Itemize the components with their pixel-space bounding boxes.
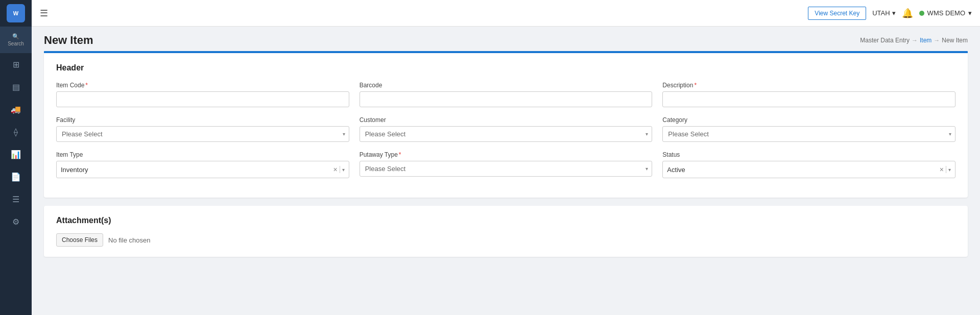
facility-select-wrapper: Please Select ▾	[56, 126, 349, 142]
page-header: New Item Master Data Entry → Item → New …	[32, 27, 980, 51]
category-group: Category Please Select ▾	[662, 116, 955, 142]
sidebar: W 🔍 Search ⊞ ▤ 🚚 ⟠ 📊 📄 ☰ ⚙	[0, 0, 32, 315]
sidebar-search[interactable]: 🔍 Search	[0, 27, 32, 53]
sidebar-item-settings[interactable]: ⚙	[0, 210, 32, 233]
breadcrumb-sep-1: →	[912, 37, 918, 44]
sidebar-item-dashboard[interactable]: ⊞	[0, 53, 32, 76]
customer-label: Customer	[360, 116, 653, 124]
user-chevron-icon: ▾	[968, 9, 972, 17]
status-clear-icon[interactable]: ×	[940, 165, 944, 174]
status-select[interactable]: Active × ▾	[662, 161, 955, 178]
status-chevron-icon[interactable]: ▾	[948, 167, 951, 173]
choose-files-button[interactable]: Choose Files	[56, 233, 103, 247]
breadcrumb-item-link[interactable]: Item	[920, 37, 931, 44]
settings-icon: ⚙	[12, 217, 19, 227]
sidebar-item-docs[interactable]: 📄	[0, 165, 32, 188]
form-row-2: Facility Please Select ▾ Customer Please…	[56, 116, 955, 142]
putaway-type-group: Putaway Type* Please Select ▾	[360, 151, 653, 178]
customer-select-wrapper: Please Select ▾	[360, 126, 653, 142]
item-code-required-star: *	[85, 82, 88, 89]
item-type-chevron-icon[interactable]: ▾	[342, 167, 345, 173]
putaway-type-select-wrapper: Please Select ▾	[360, 161, 653, 177]
user-online-indicator	[919, 11, 924, 16]
search-icon: 🔍	[12, 33, 19, 40]
item-type-clear-icon[interactable]: ×	[333, 165, 337, 174]
customer-group: Customer Please Select ▾	[360, 116, 653, 142]
sidebar-item-list[interactable]: ☰	[0, 188, 32, 210]
putaway-type-select[interactable]: Please Select	[360, 161, 653, 177]
category-select-wrapper: Please Select ▾	[662, 126, 955, 142]
description-group: Description*	[662, 82, 955, 107]
attachments-card: Attachment(s) Choose Files No file chose…	[44, 206, 968, 257]
search-label: Search	[8, 41, 24, 46]
user-menu[interactable]: WMS DEMO ▾	[919, 9, 972, 17]
region-selector[interactable]: UTAH ▾	[872, 9, 895, 17]
region-chevron-icon: ▾	[892, 9, 896, 17]
customer-select[interactable]: Please Select	[360, 126, 653, 142]
facility-select[interactable]: Please Select	[56, 126, 349, 142]
status-label: Status	[662, 151, 955, 158]
no-file-label: No file chosen	[108, 236, 150, 244]
status-value: Active	[667, 166, 939, 174]
category-label: Category	[662, 116, 955, 124]
item-type-controls: × ▾	[333, 165, 344, 174]
app-logo: W	[7, 4, 25, 22]
facility-group: Facility Please Select ▾	[56, 116, 349, 142]
orders-icon: ▤	[12, 82, 20, 92]
item-type-group: Item Type Inventory × ▾	[56, 151, 349, 178]
barcode-group: Barcode	[360, 82, 653, 107]
sidebar-logo: W	[0, 0, 32, 27]
breadcrumb-current: New Item	[942, 37, 968, 44]
tags-icon: ⟠	[14, 127, 18, 137]
description-label: Description*	[662, 82, 955, 89]
sidebar-item-tags[interactable]: ⟠	[0, 120, 32, 143]
breadcrumb-sep-2: →	[934, 37, 940, 44]
description-input[interactable]	[662, 91, 955, 107]
header-form-card: Header Item Code* Barcode Description*	[44, 53, 968, 198]
main-area: ☰ View Secret Key UTAH ▾ 🔔 WMS DEMO ▾ Ne…	[32, 0, 980, 315]
item-type-select[interactable]: Inventory × ▾	[56, 161, 349, 178]
item-code-group: Item Code*	[56, 82, 349, 107]
docs-icon: 📄	[11, 172, 21, 182]
item-code-label: Item Code*	[56, 82, 349, 89]
putaway-required-star: *	[399, 151, 401, 158]
dashboard-icon: ⊞	[13, 60, 19, 69]
file-input-row: Choose Files No file chosen	[56, 233, 955, 247]
topbar: ☰ View Secret Key UTAH ▾ 🔔 WMS DEMO ▾	[32, 0, 980, 27]
notification-bell-icon[interactable]: 🔔	[902, 8, 913, 19]
sidebar-item-truck[interactable]: 🚚	[0, 98, 32, 120]
item-type-separator	[340, 166, 340, 173]
breadcrumb: Master Data Entry → Item → New Item	[860, 37, 968, 44]
sidebar-item-orders[interactable]: ▤	[0, 76, 32, 98]
content-area: New Item Master Data Entry → Item → New …	[32, 27, 980, 315]
description-required-star: *	[694, 82, 697, 89]
item-type-value: Inventory	[61, 166, 333, 174]
sidebar-item-chart[interactable]: 📊	[0, 143, 32, 165]
putaway-type-label: Putaway Type*	[360, 151, 653, 158]
form-row-1: Item Code* Barcode Description*	[56, 82, 955, 107]
region-label: UTAH	[872, 9, 890, 17]
view-secret-key-button[interactable]: View Secret Key	[808, 7, 866, 20]
form-row-3: Item Type Inventory × ▾ Putaway Type*	[56, 151, 955, 178]
barcode-label: Barcode	[360, 82, 653, 89]
category-select[interactable]: Please Select	[662, 126, 955, 142]
status-group: Status Active × ▾	[662, 151, 955, 178]
item-code-input[interactable]	[56, 91, 349, 107]
facility-label: Facility	[56, 116, 349, 124]
list-icon: ☰	[12, 195, 19, 204]
status-controls: × ▾	[940, 165, 951, 174]
header-section-title: Header	[56, 63, 955, 72]
item-type-label: Item Type	[56, 151, 349, 158]
user-name-label: WMS DEMO	[927, 9, 965, 17]
hamburger-menu-icon[interactable]: ☰	[40, 8, 48, 19]
truck-icon: 🚚	[11, 105, 21, 114]
status-separator	[946, 166, 946, 173]
attachments-section-title: Attachment(s)	[56, 216, 955, 225]
barcode-input[interactable]	[360, 91, 653, 107]
page-title: New Item	[44, 34, 93, 47]
chart-icon: 📊	[11, 150, 21, 159]
breadcrumb-master-data[interactable]: Master Data Entry	[860, 37, 910, 44]
